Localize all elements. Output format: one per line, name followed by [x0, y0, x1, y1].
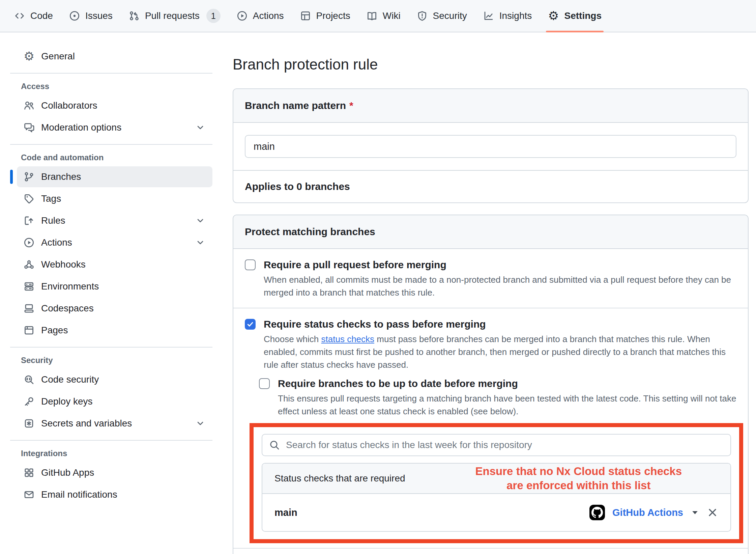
- sidebar-item-label: Pages: [41, 325, 68, 336]
- sidebar-item-label: Environments: [41, 281, 99, 292]
- caret-down-icon[interactable]: [691, 508, 699, 517]
- tab-code[interactable]: Code: [8, 0, 59, 32]
- section-divider: [233, 548, 748, 549]
- sidebar-item-rules[interactable]: Rules: [17, 210, 212, 231]
- require-pull-request-checkbox[interactable]: [245, 259, 256, 270]
- sidebar-item-environments[interactable]: Environments: [17, 276, 212, 297]
- status-checks-list-title: Status checks that are required: [274, 473, 405, 484]
- sidebar-item-email-notifications[interactable]: Email notifications: [17, 484, 212, 505]
- play-icon: [24, 237, 34, 248]
- server-icon: [24, 281, 34, 292]
- sidebar-item-moderation-options[interactable]: Moderation options: [17, 117, 212, 138]
- key-asterisk-icon: [24, 418, 34, 429]
- tab-label: Security: [433, 10, 467, 21]
- tab-insights[interactable]: Insights: [477, 0, 538, 32]
- sidebar-item-secrets-and-variables[interactable]: Secrets and variables: [17, 413, 212, 434]
- gear-icon: ⚙: [548, 10, 559, 22]
- tab-issues[interactable]: Issues: [63, 0, 119, 32]
- sidebar-item-label: Deploy keys: [41, 396, 93, 407]
- pull-request-count-badge: 1: [206, 9, 221, 23]
- branch-name-pattern-input[interactable]: [245, 135, 736, 158]
- sidebar-item-general[interactable]: ⚙ General: [17, 46, 212, 67]
- sidebar-item-webhooks[interactable]: Webhooks: [17, 254, 212, 275]
- branch-name-pattern-label: Branch name pattern: [245, 100, 346, 111]
- gear-icon: ⚙: [24, 50, 34, 62]
- key-icon: [24, 396, 34, 407]
- sidebar-item-pages[interactable]: Pages: [17, 320, 212, 341]
- tab-label: Issues: [85, 10, 113, 21]
- status-check-controls: GitHub Actions: [589, 505, 718, 520]
- sidebar-item-label: Tags: [41, 193, 61, 204]
- require-status-checks-row: Require status checks to pass before mer…: [233, 317, 748, 371]
- status-check-search-input[interactable]: [286, 440, 724, 450]
- tab-settings[interactable]: ⚙ Settings: [542, 0, 608, 32]
- git-branch-icon: [24, 171, 34, 182]
- sidebar-section-integrations: Integrations: [21, 449, 212, 458]
- sidebar-item-deploy-keys[interactable]: Deploy keys: [17, 391, 212, 412]
- annotation-text: Ensure that no Nx Cloud status checks ar…: [431, 464, 726, 493]
- rules-icon: [24, 215, 34, 226]
- settings-sidebar: ⚙ General Access Collaborators Moderatio…: [0, 32, 223, 554]
- tag-icon: [24, 193, 34, 204]
- required-asterisk: *: [349, 100, 353, 111]
- pull-request-icon: [129, 10, 140, 21]
- sidebar-item-label: GitHub Apps: [41, 467, 94, 478]
- sidebar-item-label: Codespaces: [41, 303, 94, 314]
- status-check-name: main: [274, 507, 297, 518]
- protect-matching-branches-card: Protect matching branches Require a pull…: [233, 215, 749, 554]
- graph-icon: [483, 10, 494, 21]
- sidebar-item-tags[interactable]: Tags: [17, 188, 212, 209]
- sidebar-item-collaborators[interactable]: Collaborators: [17, 95, 212, 116]
- sidebar-divider: [10, 440, 212, 441]
- require-up-to-date-checkbox[interactable]: [259, 378, 270, 389]
- checkbox-description: Choose which status checks must pass bef…: [264, 333, 736, 371]
- shield-icon: [417, 10, 428, 21]
- status-checks-link[interactable]: status checks: [321, 334, 375, 344]
- sidebar-divider: [10, 73, 212, 74]
- chevron-down-icon: [195, 215, 206, 226]
- check-icon: [246, 320, 254, 328]
- sidebar-section-security: Security: [21, 356, 212, 365]
- webhook-icon: [24, 259, 34, 270]
- page-title: Branch protection rule: [233, 56, 749, 73]
- sidebar-divider: [10, 144, 212, 145]
- chevron-down-icon: [195, 418, 206, 429]
- sidebar-item-label: Code security: [41, 374, 99, 385]
- section-divider: [233, 308, 748, 308]
- sidebar-item-code-security[interactable]: Code security: [17, 369, 212, 390]
- codespaces-icon: [24, 303, 34, 314]
- tab-label: Actions: [253, 10, 284, 21]
- checkbox-description: This ensures pull requests targeting a m…: [278, 392, 736, 418]
- sidebar-item-label: Rules: [41, 215, 65, 226]
- chevron-down-icon: [195, 237, 206, 248]
- github-logo-icon: [589, 505, 605, 520]
- remove-status-check-icon[interactable]: [707, 507, 718, 518]
- sidebar-divider: [10, 347, 212, 348]
- checkbox-label: Require branches to be up to date before…: [278, 377, 736, 391]
- annotation-highlight-box: Status checks that are required Ensure t…: [250, 423, 743, 543]
- sidebar-item-label: Actions: [41, 237, 72, 248]
- sidebar-item-actions[interactable]: Actions: [17, 232, 212, 253]
- protect-card-title: Protect matching branches: [245, 226, 375, 237]
- tab-projects[interactable]: Projects: [294, 0, 356, 32]
- tab-security[interactable]: Security: [411, 0, 473, 32]
- tab-pull-requests[interactable]: Pull requests 1: [123, 0, 227, 32]
- sidebar-item-label: Branches: [41, 171, 81, 182]
- sidebar-item-branches[interactable]: Branches: [17, 166, 212, 187]
- play-icon: [237, 10, 248, 21]
- repo-tab-bar: Code Issues Pull requests 1 Actions Proj…: [0, 0, 756, 32]
- require-status-checks-checkbox[interactable]: [245, 319, 256, 330]
- tab-actions[interactable]: Actions: [231, 0, 290, 32]
- branch-name-card: Branch name pattern* Applies to 0 branch…: [233, 88, 749, 203]
- mail-icon: [24, 489, 34, 500]
- sidebar-item-codespaces[interactable]: Codespaces: [17, 298, 212, 319]
- apps-icon: [24, 467, 34, 478]
- sidebar-item-github-apps[interactable]: GitHub Apps: [17, 462, 212, 483]
- settings-content: Branch protection rule Branch name patte…: [223, 32, 756, 554]
- sidebar-item-label: Webhooks: [41, 259, 86, 270]
- branch-name-card-header: Branch name pattern*: [233, 89, 748, 123]
- status-source-link[interactable]: GitHub Actions: [612, 507, 683, 518]
- tab-label: Projects: [316, 10, 350, 21]
- annotation-line: are enforced within this list: [431, 478, 726, 493]
- tab-wiki[interactable]: Wiki: [360, 0, 407, 32]
